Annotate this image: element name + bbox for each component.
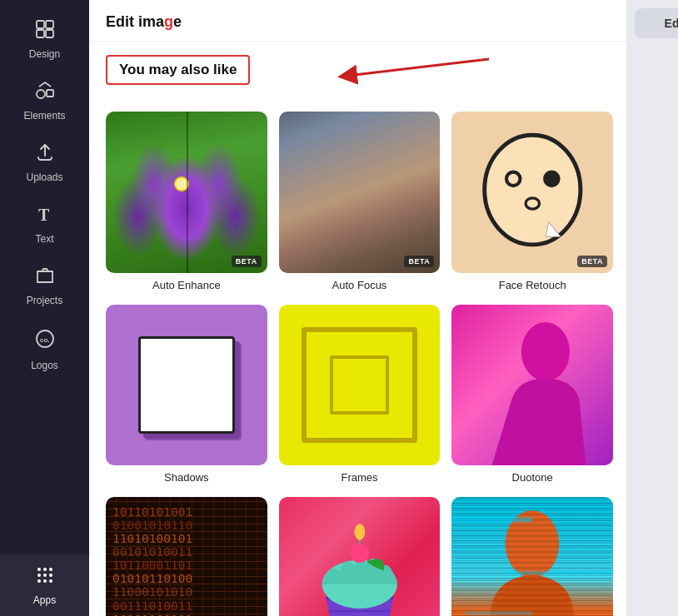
- svg-point-37: [354, 524, 365, 540]
- svg-point-4: [37, 90, 45, 98]
- item-card-auto-focus[interactable]: BETA Auto Focus: [279, 112, 441, 291]
- items-grid: BETA Auto Enhance BETA Auto Focus: [106, 112, 613, 616]
- svg-point-11: [49, 568, 52, 571]
- frame-outer: [302, 327, 417, 443]
- item-thumb-frames: [279, 305, 441, 466]
- panel-body[interactable]: You may also like: [89, 42, 626, 616]
- flower-image: [106, 112, 267, 273]
- elements-icon: [34, 80, 56, 107]
- sidebar-item-logos[interactable]: co. Logos: [0, 316, 89, 381]
- panel-header: Edit image: [89, 0, 626, 42]
- apps-icon: [34, 564, 56, 591]
- section-title-box: You may also like: [106, 55, 250, 85]
- item-label-frames: Frames: [341, 471, 377, 484]
- panel-title-red: g: [164, 13, 173, 30]
- panel-title-normal2: e: [173, 13, 182, 30]
- item-card-duotone[interactable]: Duotone: [451, 305, 613, 484]
- svg-point-20: [545, 171, 558, 185]
- svg-rect-41: [451, 518, 532, 523]
- arrow-annotation: [306, 51, 497, 92]
- svg-rect-0: [37, 21, 44, 28]
- item-label-auto-enhance: Auto Enhance: [152, 279, 221, 291]
- svg-text:11000101010: 11000101010: [112, 586, 192, 599]
- main-content: Edit image You may also like: [89, 0, 678, 616]
- svg-point-10: [43, 568, 47, 571]
- svg-text:01001010110: 01001010110: [112, 519, 192, 532]
- sidebar-item-apps[interactable]: Apps: [0, 554, 89, 616]
- beta-badge-auto-enhance: BETA: [232, 256, 262, 267]
- svg-rect-42: [506, 571, 613, 575]
- svg-rect-2: [37, 30, 44, 37]
- design-icon: [34, 18, 56, 45]
- divider-line: [187, 112, 188, 273]
- svg-rect-39: [451, 497, 613, 616]
- svg-text:11010100101: 11010100101: [112, 532, 192, 545]
- svg-text:00101010011: 00101010011: [112, 545, 192, 559]
- edit-image-button[interactable]: Edit image: [635, 8, 678, 38]
- svg-point-16: [43, 579, 47, 583]
- sidebar-item-elements[interactable]: Elements: [0, 70, 89, 132]
- panel: Edit image You may also like: [89, 0, 626, 616]
- sidebar-item-uploads-label: Uploads: [26, 171, 62, 183]
- svg-point-22: [521, 322, 570, 381]
- sidebar-item-elements-label: Elements: [23, 110, 65, 122]
- shadow-box: [138, 336, 235, 433]
- item-thumb-auto-focus: BETA: [279, 112, 441, 273]
- item-card-auto-enhance[interactable]: BETA Auto Enhance: [106, 112, 267, 291]
- section-title-text: You may also like: [119, 62, 237, 77]
- svg-point-15: [37, 579, 41, 583]
- sidebar-item-apps-label: Apps: [33, 594, 56, 606]
- item-card-paint-effects[interactable]: Paint Effects: [279, 497, 441, 616]
- item-thumb-paint-effects: [279, 497, 441, 616]
- svg-point-35: [350, 544, 369, 564]
- svg-text:00111010011: 00111010011: [112, 599, 192, 613]
- svg-rect-5: [47, 90, 53, 97]
- svg-point-18: [485, 135, 581, 245]
- face-svg: [464, 124, 601, 261]
- text-icon: T: [34, 203, 56, 230]
- focus-image: [279, 112, 441, 273]
- item-card-shadows[interactable]: Shadows: [106, 305, 267, 484]
- item-thumb-duotone: [451, 305, 613, 466]
- svg-rect-43: [465, 612, 532, 616]
- item-card-frames[interactable]: Frames: [279, 305, 441, 484]
- svg-rect-3: [46, 30, 53, 37]
- mosaic-overlay: 10110101001 01001010110 11010100101 0010…: [106, 497, 267, 616]
- item-card-face-retouch[interactable]: BETA Face Retouch: [451, 112, 613, 291]
- beta-badge-face-retouch: BETA: [577, 256, 607, 267]
- svg-text:co.: co.: [40, 336, 50, 344]
- svg-text:10101100101: 10101100101: [112, 613, 192, 616]
- sidebar-item-logos-label: Logos: [31, 360, 58, 371]
- sidebar: Design Elements Uploads T Text: [0, 0, 89, 616]
- projects-icon: [34, 265, 56, 291]
- svg-point-12: [37, 574, 41, 577]
- uploads-icon: [34, 142, 56, 168]
- cupcake-svg: [279, 497, 441, 616]
- item-card-letter-mosaic[interactable]: 10110101001 01001010110 11010100101 0010…: [106, 497, 267, 616]
- logos-icon: co.: [32, 326, 57, 356]
- sidebar-item-uploads[interactable]: Uploads: [0, 132, 89, 193]
- sidebar-item-text[interactable]: T Text: [0, 193, 89, 255]
- svg-point-13: [43, 574, 47, 577]
- sidebar-item-projects[interactable]: Projects: [0, 255, 89, 316]
- item-thumb-auto-enhance: BETA: [106, 112, 267, 273]
- item-thumb-badtv: [451, 497, 613, 616]
- svg-point-14: [49, 574, 52, 577]
- sidebar-item-design-label: Design: [29, 48, 60, 60]
- frame-inner: [330, 355, 388, 414]
- panel-title: Edit image: [106, 13, 182, 31]
- item-label-auto-focus: Auto Focus: [332, 279, 387, 291]
- svg-point-17: [49, 579, 52, 583]
- svg-text:10110001101: 10110001101: [112, 559, 192, 572]
- item-label-duotone: Duotone: [512, 471, 553, 484]
- sidebar-item-text-label: Text: [35, 233, 53, 245]
- duotone-person-svg: [451, 305, 613, 466]
- item-label-shadows: Shadows: [164, 471, 208, 484]
- beta-badge-auto-focus: BETA: [404, 256, 434, 267]
- item-thumb-face-retouch: BETA: [451, 112, 613, 273]
- item-card-badtv[interactable]: BadTV: [451, 497, 613, 616]
- svg-point-9: [37, 568, 41, 571]
- item-label-face-retouch: Face Retouch: [499, 279, 566, 291]
- item-thumb-shadows: [106, 305, 267, 466]
- sidebar-item-design[interactable]: Design: [0, 8, 89, 70]
